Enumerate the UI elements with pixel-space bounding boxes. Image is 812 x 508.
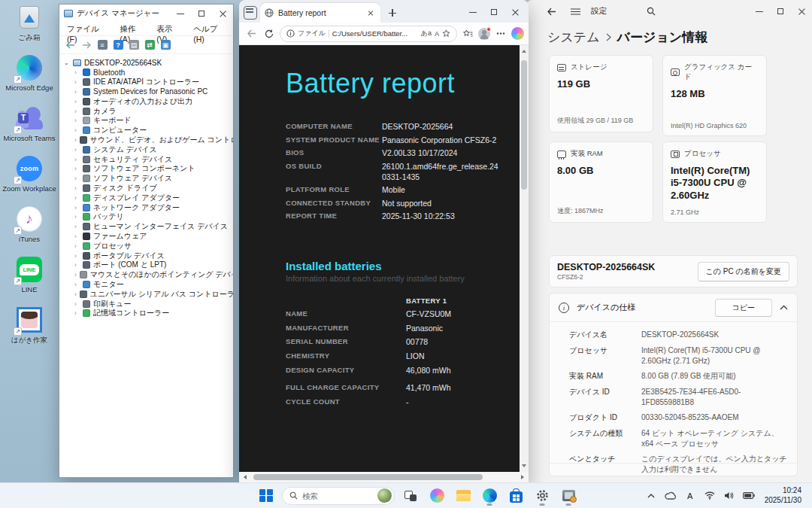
device-tree-item[interactable]: › ソフトウェア デバイス <box>64 174 233 184</box>
close-button[interactable] <box>791 4 812 19</box>
minimize-button[interactable] <box>462 5 483 20</box>
expand-chevron-icon[interactable]: › <box>74 204 80 211</box>
close-button[interactable] <box>212 6 233 21</box>
expand-chevron-icon[interactable]: › <box>74 223 80 230</box>
desktop-icon-hagaki[interactable]: ↗ はがき作家 <box>6 306 53 352</box>
expand-chevron-icon[interactable]: › <box>74 184 80 192</box>
expand-chevron-icon[interactable]: › <box>74 68 80 76</box>
device-tree-item[interactable]: › サウンド、ビデオ、およびゲーム コントローラー <box>64 135 233 145</box>
ime-mode-indicator[interactable]: A <box>682 486 698 506</box>
device-tree-item[interactable]: › ディスク ドライブ <box>64 184 233 193</box>
device-tree-item[interactable]: › マウスとそのほかのポインティング デバイス <box>64 270 233 280</box>
remote-pc-icon[interactable]: ▣ <box>159 38 172 52</box>
expand-chevron-icon[interactable]: › <box>74 213 80 221</box>
forward-button[interactable] <box>80 38 93 52</box>
properties-icon[interactable]: ▤ <box>127 38 141 52</box>
menu-item[interactable]: 表示(V) <box>152 23 187 35</box>
device-tree-item[interactable]: › ポート (COM と LPT) <box>64 260 233 270</box>
expand-chevron-icon[interactable]: › <box>74 146 80 154</box>
device-tree-item[interactable]: › ヒューマン インターフェイス デバイス <box>64 222 233 232</box>
browser-tab[interactable]: Battery report <box>260 3 380 23</box>
menu-item[interactable]: ヘルプ(H) <box>189 23 233 35</box>
onedrive-icon[interactable] <box>662 486 679 506</box>
taskbar-search[interactable] <box>282 487 395 505</box>
device-tree-item[interactable]: › ディスプレイ アダプター <box>64 193 233 202</box>
device-tree-item[interactable]: › コンピューター <box>64 126 233 135</box>
menu-item[interactable]: 操作(A) <box>115 23 150 35</box>
taskbar-clock[interactable]: 10:24 2025/11/30 <box>760 486 806 505</box>
more-menu-icon[interactable] <box>493 26 508 41</box>
maximize-button[interactable] <box>483 5 504 20</box>
back-button[interactable] <box>244 26 259 41</box>
horizontal-scrollbar[interactable] <box>239 472 529 482</box>
profile-avatar[interactable] <box>478 28 490 40</box>
scroll-down-arrow[interactable] <box>522 464 526 470</box>
copilot-button[interactable] <box>426 485 447 506</box>
desktop-icon-line[interactable]: LINE↗ LINE <box>6 255 53 302</box>
maximize-button[interactable] <box>770 4 791 19</box>
device-tree-item[interactable]: › モニター <box>64 280 233 290</box>
expand-chevron-icon[interactable]: › <box>74 309 80 317</box>
file-explorer-button[interactable] <box>453 485 474 506</box>
expand-chevron-icon[interactable]: › <box>74 136 77 144</box>
expand-chevron-icon[interactable]: › <box>74 252 80 260</box>
battery-icon[interactable] <box>741 486 757 506</box>
expand-chevron-icon[interactable]: › <box>74 98 80 105</box>
device-tree-item[interactable]: › IDE ATA/ATAPI コントローラー <box>64 78 233 87</box>
edge-button[interactable] <box>479 485 500 506</box>
copilot-icon[interactable] <box>511 27 524 40</box>
tray-chevron-up-icon[interactable] <box>643 486 659 506</box>
start-button[interactable] <box>256 485 277 506</box>
microsoft-store-button[interactable] <box>505 485 526 506</box>
vertical-scroll-thumb[interactable] <box>521 60 527 190</box>
tab-close-icon[interactable] <box>365 8 376 18</box>
desktop-icon-itunes[interactable]: ♪↗ iTunes <box>6 205 53 251</box>
expand-chevron-icon[interactable]: › <box>74 117 80 124</box>
read-aloud-icon[interactable]: A <box>435 30 439 38</box>
breadcrumb-parent[interactable]: システム <box>547 29 600 46</box>
device-manager-button[interactable] <box>558 485 579 506</box>
refresh-button[interactable] <box>262 26 277 41</box>
expand-chevron-icon[interactable]: › <box>74 108 80 115</box>
rename-pc-button[interactable]: この PC の名前を変更 <box>698 262 789 281</box>
device-tree-item[interactable]: › バッテリ <box>64 212 233 222</box>
device-tree-item[interactable]: › プロセッサ <box>64 241 233 251</box>
settings-button[interactable] <box>532 485 553 506</box>
vertical-scrollbar[interactable] <box>520 45 529 472</box>
collapse-caret-icon[interactable]: ⌄ <box>64 59 70 66</box>
wifi-icon[interactable] <box>701 486 718 506</box>
back-button[interactable] <box>543 3 559 20</box>
device-tree-item[interactable]: › Bluetooth <box>64 68 233 78</box>
speaker-icon[interactable] <box>721 486 738 506</box>
desktop-icon-recycle-bin[interactable]: ごみ箱 <box>6 3 53 50</box>
hamburger-menu-icon[interactable] <box>567 3 583 20</box>
expand-chevron-icon[interactable]: › <box>74 194 80 202</box>
scroll-left-arrow[interactable] <box>241 475 247 479</box>
device-tree-item[interactable]: › ネットワーク アダプター <box>64 202 233 212</box>
device-tree-item[interactable]: › カメラ <box>64 106 233 116</box>
device-tree-item[interactable]: › セキュリティ デバイス <box>64 154 233 164</box>
desktop-icon-teams[interactable]: T ↗ Microsoft Teams <box>6 104 53 151</box>
favorite-star-icon[interactable] <box>442 29 450 38</box>
expand-chevron-icon[interactable]: › <box>74 271 77 278</box>
list-view-icon[interactable]: ≡ <box>95 38 109 52</box>
expand-chevron-icon[interactable]: › <box>74 175 80 182</box>
expand-chevron-icon[interactable]: › <box>74 126 80 134</box>
info-icon[interactable] <box>286 29 295 38</box>
close-button[interactable] <box>504 5 526 20</box>
device-tree-root[interactable]: ⌄ DESKTOP-2025664SK <box>64 57 233 68</box>
translate-icon[interactable]: あa <box>421 29 432 38</box>
minimize-button[interactable] <box>170 6 191 21</box>
horizontal-scroll-thumb[interactable] <box>253 474 483 480</box>
expand-chevron-icon[interactable]: › <box>74 242 80 250</box>
help-icon[interactable]: ? <box>111 38 125 52</box>
expand-chevron-icon[interactable]: › <box>74 233 80 240</box>
address-bar[interactable]: ファイル C:/Users/USER/batter... あa A <box>280 26 457 42</box>
search-input[interactable] <box>302 491 373 500</box>
favorites-hub-icon[interactable] <box>460 26 475 41</box>
scan-hardware-icon[interactable]: ⇄ <box>143 38 156 52</box>
expand-chevron-icon[interactable]: › <box>74 291 77 298</box>
back-button[interactable] <box>64 38 77 52</box>
device-tree-item[interactable]: › 印刷キュー <box>64 299 233 309</box>
device-tree-item[interactable]: › ソフトウェア コンポーネント <box>64 164 233 174</box>
